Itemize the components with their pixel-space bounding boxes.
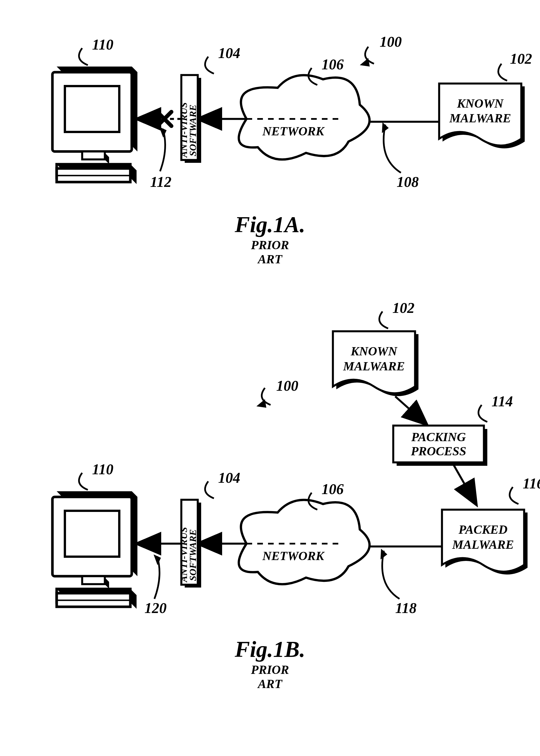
svg-marker-21 [380,549,387,560]
network-cloud-b: NETWORK [239,500,370,584]
svg-rect-27 [66,512,118,556]
network-label: NETWORK [262,124,325,138]
svg-rect-13 [82,152,105,160]
malware-label-l1: KNOWN [457,97,504,110]
refnum-112: 112 [150,174,171,190]
refnum-100: 100 [380,34,402,50]
svg-rect-28 [82,576,105,584]
fig1a-caption: Fig.1A. [234,212,306,237]
diagram: 100 KNOWN MALWARE 102 NETWORK 106 108 [0,0,540,756]
refnum-110: 110 [92,37,113,53]
refnum-108: 108 [397,174,419,190]
refnum-104b: 104 [218,470,240,486]
packing-l1: PACKING [411,430,466,444]
packing-l2: PROCESS [411,444,466,458]
figure-1b: 100 KNOWN MALWARE 102 PACKING PROCESS 11… [53,300,540,691]
network-b-label: NETWORK [262,549,325,563]
refnum-100b: 100 [276,378,298,394]
malwareb-l1: KNOWN [350,344,398,358]
refnum-116: 116 [523,476,540,491]
network-cloud: NETWORK [239,75,370,160]
refnum-106b: 106 [322,481,344,497]
packed-l1: PACKED [459,523,508,537]
antivirus-box: ANTI-VIRUS SOFTWARE [179,75,201,163]
svg-rect-12 [66,87,118,131]
svg-marker-24 [154,554,161,565]
refnum-102b: 102 [392,300,415,316]
antivirus-box-b: ANTI-VIRUS SOFTWARE [179,500,201,588]
squiggle-arrow [360,58,370,66]
refnum-118: 118 [395,600,417,616]
svg-marker-17 [256,399,266,408]
refnum-120: 120 [145,600,167,616]
computer-icon [53,66,137,184]
malware-label-l2: MALWARE [449,111,511,125]
antivirus-l2: SOFTWARE [188,104,198,156]
svg-marker-2 [382,122,389,133]
refnum-106: 106 [322,56,344,72]
fig1b-sub1: PRIOR [251,663,289,677]
computer-icon-b [53,491,137,609]
fig1b-sub2: ART [257,677,283,691]
fig1a-sub1: PRIOR [251,238,289,252]
svg-marker-9 [159,127,167,138]
known-malware: KNOWN MALWARE [439,83,525,148]
antivirus-b-l2: SOFTWARE [188,529,198,581]
figure-1a: 100 KNOWN MALWARE 102 NETWORK 106 108 [53,34,532,266]
refnum-104: 104 [218,45,240,61]
known-malware-b: KNOWN MALWARE [333,331,418,396]
malwareb-l2: MALWARE [343,359,405,373]
packed-malware: PACKED MALWARE [442,510,528,575]
arrow [453,464,476,504]
arrow [395,396,426,424]
block-x [157,112,171,126]
fig1a-sub2: ART [257,252,283,266]
fig1b-caption: Fig.1B. [234,637,306,662]
packed-l2: MALWARE [452,538,514,552]
packing-process: PACKING PROCESS [393,426,487,466]
refnum-102: 102 [510,51,532,67]
refnum-110b: 110 [92,461,113,478]
refnum-114: 114 [491,393,513,409]
